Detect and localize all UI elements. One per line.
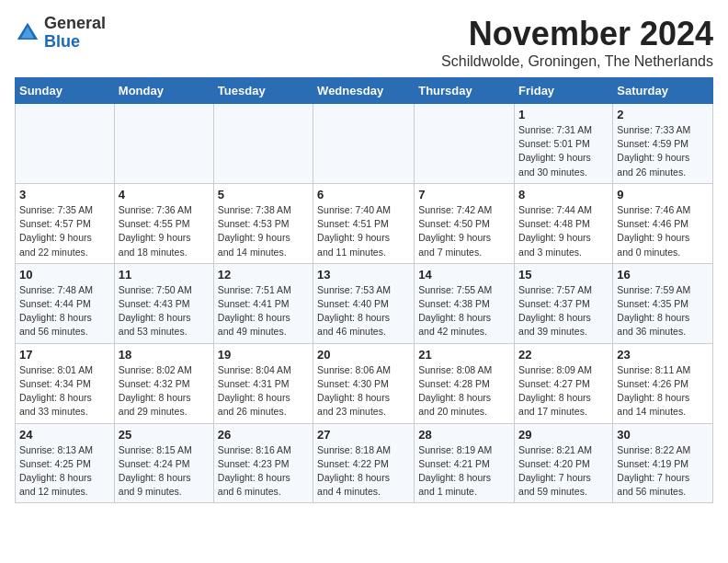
calendar-cell: 11Sunrise: 7:50 AM Sunset: 4:43 PM Dayli…	[114, 263, 213, 343]
calendar-cell: 1Sunrise: 7:31 AM Sunset: 5:01 PM Daylig…	[515, 104, 613, 184]
day-number: 4	[119, 188, 210, 201]
calendar-cell: 23Sunrise: 8:11 AM Sunset: 4:26 PM Dayli…	[613, 343, 713, 423]
day-detail: Sunrise: 8:16 AM Sunset: 4:23 PM Dayligh…	[218, 443, 309, 500]
day-number: 26	[218, 428, 309, 442]
day-detail: Sunrise: 7:55 AM Sunset: 4:38 PM Dayligh…	[418, 283, 510, 339]
calendar-cell: 9Sunrise: 7:46 AM Sunset: 4:46 PM Daylig…	[613, 183, 713, 263]
calendar-cell: 2Sunrise: 7:33 AM Sunset: 4:59 PM Daylig…	[613, 104, 713, 184]
calendar-week-row: 1Sunrise: 7:31 AM Sunset: 5:01 PM Daylig…	[16, 104, 713, 184]
day-detail: Sunrise: 8:08 AM Sunset: 4:28 PM Dayligh…	[418, 363, 510, 419]
calendar-cell: 22Sunrise: 8:09 AM Sunset: 4:27 PM Dayli…	[515, 343, 613, 423]
day-number: 30	[617, 428, 709, 442]
day-detail: Sunrise: 7:53 AM Sunset: 4:40 PM Dayligh…	[317, 283, 410, 339]
day-detail: Sunrise: 8:18 AM Sunset: 4:22 PM Dayligh…	[317, 443, 410, 500]
day-detail: Sunrise: 8:04 AM Sunset: 4:31 PM Dayligh…	[218, 363, 309, 419]
calendar-cell: 3Sunrise: 7:35 AM Sunset: 4:57 PM Daylig…	[16, 183, 115, 263]
calendar-cell: 16Sunrise: 7:59 AM Sunset: 4:35 PM Dayli…	[613, 263, 713, 343]
day-detail: Sunrise: 8:13 AM Sunset: 4:25 PM Dayligh…	[19, 443, 110, 500]
calendar-cell: 17Sunrise: 8:01 AM Sunset: 4:34 PM Dayli…	[16, 343, 115, 423]
weekday-header-friday: Friday	[515, 78, 613, 104]
day-number: 14	[418, 268, 510, 282]
day-detail: Sunrise: 8:01 AM Sunset: 4:34 PM Dayligh…	[19, 363, 110, 419]
calendar-cell: 25Sunrise: 8:15 AM Sunset: 4:24 PM Dayli…	[114, 423, 213, 503]
calendar-cell: 27Sunrise: 8:18 AM Sunset: 4:22 PM Dayli…	[313, 423, 415, 503]
calendar-cell	[16, 104, 115, 184]
calendar-cell	[313, 104, 415, 184]
day-detail: Sunrise: 8:09 AM Sunset: 4:27 PM Dayligh…	[518, 363, 609, 419]
calendar-week-row: 3Sunrise: 7:35 AM Sunset: 4:57 PM Daylig…	[16, 183, 713, 263]
day-detail: Sunrise: 8:15 AM Sunset: 4:24 PM Dayligh…	[119, 443, 210, 500]
location-subtitle: Schildwolde, Groningen, The Netherlands	[441, 53, 713, 70]
calendar-cell: 24Sunrise: 8:13 AM Sunset: 4:25 PM Dayli…	[16, 423, 115, 503]
day-number: 21	[418, 348, 510, 362]
day-detail: Sunrise: 8:02 AM Sunset: 4:32 PM Dayligh…	[119, 363, 210, 419]
day-detail: Sunrise: 7:31 AM Sunset: 5:01 PM Dayligh…	[518, 123, 609, 179]
calendar-cell: 21Sunrise: 8:08 AM Sunset: 4:28 PM Dayli…	[415, 343, 515, 423]
day-number: 24	[19, 428, 110, 442]
calendar-cell: 12Sunrise: 7:51 AM Sunset: 4:41 PM Dayli…	[213, 263, 313, 343]
weekday-header-thursday: Thursday	[415, 78, 515, 104]
day-number: 2	[617, 108, 709, 121]
logo-icon	[15, 20, 40, 46]
day-number: 27	[317, 428, 410, 442]
day-detail: Sunrise: 7:50 AM Sunset: 4:43 PM Dayligh…	[119, 283, 210, 339]
day-number: 11	[119, 268, 210, 282]
day-number: 28	[418, 428, 510, 442]
day-detail: Sunrise: 8:11 AM Sunset: 4:26 PM Dayligh…	[617, 363, 709, 419]
weekday-header-sunday: Sunday	[16, 78, 115, 104]
calendar-cell: 4Sunrise: 7:36 AM Sunset: 4:55 PM Daylig…	[114, 183, 213, 263]
day-number: 3	[19, 188, 110, 201]
day-detail: Sunrise: 8:21 AM Sunset: 4:20 PM Dayligh…	[518, 443, 609, 500]
calendar-cell: 7Sunrise: 7:42 AM Sunset: 4:50 PM Daylig…	[415, 183, 515, 263]
day-detail: Sunrise: 7:46 AM Sunset: 4:46 PM Dayligh…	[617, 203, 709, 259]
day-detail: Sunrise: 7:48 AM Sunset: 4:44 PM Dayligh…	[19, 283, 110, 339]
day-detail: Sunrise: 7:44 AM Sunset: 4:48 PM Dayligh…	[518, 203, 609, 259]
calendar-week-row: 17Sunrise: 8:01 AM Sunset: 4:34 PM Dayli…	[16, 343, 713, 423]
day-number: 9	[617, 188, 709, 201]
calendar-cell: 6Sunrise: 7:40 AM Sunset: 4:51 PM Daylig…	[313, 183, 415, 263]
day-detail: Sunrise: 7:33 AM Sunset: 4:59 PM Dayligh…	[617, 123, 709, 179]
calendar-cell: 18Sunrise: 8:02 AM Sunset: 4:32 PM Dayli…	[114, 343, 213, 423]
calendar-cell: 20Sunrise: 8:06 AM Sunset: 4:30 PM Dayli…	[313, 343, 415, 423]
calendar-cell: 10Sunrise: 7:48 AM Sunset: 4:44 PM Dayli…	[16, 263, 115, 343]
month-title: November 2024	[441, 15, 713, 53]
title-area: November 2024 Schildwolde, Groningen, Th…	[441, 15, 713, 70]
calendar-cell	[213, 104, 313, 184]
day-number: 22	[518, 348, 609, 362]
day-number: 7	[418, 188, 510, 201]
calendar-cell	[114, 104, 213, 184]
calendar-cell: 13Sunrise: 7:53 AM Sunset: 4:40 PM Dayli…	[313, 263, 415, 343]
weekday-header-monday: Monday	[114, 78, 213, 104]
calendar-cell: 14Sunrise: 7:55 AM Sunset: 4:38 PM Dayli…	[415, 263, 515, 343]
day-number: 15	[518, 268, 609, 282]
weekday-header-wednesday: Wednesday	[313, 78, 415, 104]
calendar-cell: 5Sunrise: 7:38 AM Sunset: 4:53 PM Daylig…	[213, 183, 313, 263]
day-number: 6	[317, 188, 410, 201]
calendar-cell: 26Sunrise: 8:16 AM Sunset: 4:23 PM Dayli…	[213, 423, 313, 503]
day-detail: Sunrise: 8:22 AM Sunset: 4:19 PM Dayligh…	[617, 443, 709, 500]
day-number: 18	[119, 348, 210, 362]
day-number: 19	[218, 348, 309, 362]
day-number: 12	[218, 268, 309, 282]
calendar-cell: 29Sunrise: 8:21 AM Sunset: 4:20 PM Dayli…	[515, 423, 613, 503]
day-number: 25	[119, 428, 210, 442]
calendar-cell: 8Sunrise: 7:44 AM Sunset: 4:48 PM Daylig…	[515, 183, 613, 263]
calendar-week-row: 10Sunrise: 7:48 AM Sunset: 4:44 PM Dayli…	[16, 263, 713, 343]
day-number: 10	[19, 268, 110, 282]
calendar-table: SundayMondayTuesdayWednesdayThursdayFrid…	[15, 77, 713, 503]
day-detail: Sunrise: 7:42 AM Sunset: 4:50 PM Dayligh…	[418, 203, 510, 259]
day-number: 29	[518, 428, 609, 442]
day-detail: Sunrise: 7:38 AM Sunset: 4:53 PM Dayligh…	[218, 203, 309, 259]
header: General Blue November 2024 Schildwolde, …	[15, 15, 713, 70]
day-detail: Sunrise: 7:51 AM Sunset: 4:41 PM Dayligh…	[218, 283, 309, 339]
calendar-cell: 30Sunrise: 8:22 AM Sunset: 4:19 PM Dayli…	[613, 423, 713, 503]
day-number: 13	[317, 268, 410, 282]
day-number: 20	[317, 348, 410, 362]
day-number: 23	[617, 348, 709, 362]
weekday-header-saturday: Saturday	[613, 78, 713, 104]
calendar-week-row: 24Sunrise: 8:13 AM Sunset: 4:25 PM Dayli…	[16, 423, 713, 503]
day-detail: Sunrise: 7:35 AM Sunset: 4:57 PM Dayligh…	[19, 203, 110, 259]
logo-general-text: General	[44, 14, 106, 32]
day-detail: Sunrise: 8:19 AM Sunset: 4:21 PM Dayligh…	[418, 443, 510, 500]
calendar-cell	[415, 104, 515, 184]
